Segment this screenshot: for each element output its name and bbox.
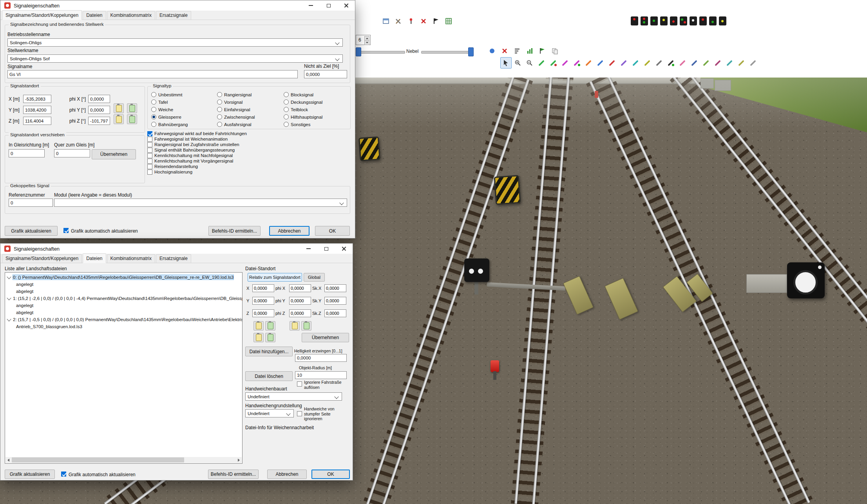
fog-slider[interactable]	[421, 47, 474, 56]
distant-building[interactable]	[700, 78, 714, 89]
track-tool-icon[interactable]	[712, 57, 723, 69]
flag-icon[interactable]	[431, 16, 442, 27]
radio-deckungssignal[interactable]: Deckungssignal	[284, 98, 349, 106]
track-tool-icon[interactable]	[677, 57, 688, 69]
option-row[interactable]: Rangiersignal bei Zugfahrstraße umstelle…	[147, 142, 349, 147]
track-tool-icon[interactable]	[583, 57, 594, 69]
file-sk-y-field[interactable]	[324, 297, 346, 305]
distant-red-signal[interactable]	[595, 91, 598, 98]
file-phi-z-field[interactable]	[289, 309, 311, 317]
select-tool-icon[interactable]	[500, 57, 512, 69]
copy-scale-button[interactable]	[253, 333, 264, 342]
stellwerkname-combo[interactable]: Solingen-Ohligs Sof	[7, 54, 343, 63]
ignoriere-fahrstrasse-checkbox[interactable]	[297, 381, 302, 387]
delete-icon[interactable]	[418, 16, 429, 27]
z-position-field[interactable]	[23, 117, 51, 125]
track-tool-icon[interactable]	[700, 57, 711, 69]
checkbox[interactable]	[147, 142, 152, 147]
tree-expander-icon[interactable]	[7, 275, 11, 279]
track-tool-icon[interactable]	[724, 57, 735, 69]
horizontal-scrollbar[interactable]	[5, 457, 242, 463]
checkbox[interactable]	[147, 153, 152, 158]
track-tool-icon[interactable]	[665, 57, 676, 69]
striped-marker-panel[interactable]	[494, 175, 521, 205]
grid-icon[interactable]	[443, 16, 454, 27]
paste-rotation-button[interactable]	[127, 114, 137, 124]
paste-position-button[interactable]	[265, 321, 275, 331]
tab-signalname[interactable]: Signalname/Standort/Koppelungen	[2, 10, 82, 20]
abbrechen-button[interactable]: Abbrechen	[269, 226, 310, 236]
phi-x-field[interactable]	[88, 95, 110, 103]
remove-icon[interactable]	[499, 45, 510, 56]
titlebar[interactable]: Signaleigenschaften	[0, 0, 355, 11]
tree-item[interactable]: abgelegt	[5, 288, 242, 295]
tree-expander-icon[interactable]	[7, 317, 11, 321]
checkbox[interactable]	[147, 137, 152, 142]
derailer-signal[interactable]	[464, 258, 570, 302]
maximize-button[interactable]	[317, 244, 335, 254]
toolbar-slider-1[interactable]	[356, 47, 405, 56]
color-icon[interactable]	[487, 45, 498, 56]
copy-position-button[interactable]	[114, 103, 124, 113]
signal-aspect-icon[interactable]	[631, 16, 638, 25]
modul-combo[interactable]	[54, 199, 347, 207]
striped-marker-panel[interactable]	[358, 136, 380, 161]
radio-vorsignal[interactable]: Vorsignal	[217, 98, 284, 106]
checkbox[interactable]	[147, 170, 152, 175]
file-z-field[interactable]	[252, 309, 274, 317]
sort-icon[interactable]	[512, 45, 523, 56]
radio-teilblock[interactable]: Teilblock	[284, 106, 349, 113]
tree-item[interactable]: 2: (15,7 | -0,5 | 0,0) / (0,0 | 0,0 | 0,…	[5, 316, 242, 323]
track-tool-icon[interactable]	[630, 57, 641, 69]
slider-handle[interactable]	[356, 47, 361, 56]
tab-ersatzsignale[interactable]: Ersatzsignale	[156, 254, 191, 263]
track-tool-icon[interactable]	[618, 57, 629, 69]
y-position-field[interactable]	[23, 106, 51, 114]
properties-window-icon[interactable]	[380, 16, 391, 27]
grafik-aktualisieren-button[interactable]: Grafik aktualisieren	[5, 226, 58, 236]
radio-sonstiges[interactable]: Sonstiges	[284, 121, 349, 128]
grafik-aktualisieren-button[interactable]: Grafik aktualisieren	[5, 470, 55, 479]
flag-green-icon[interactable]	[537, 45, 548, 56]
paste-position-button[interactable]	[127, 103, 137, 113]
signalname-field[interactable]	[7, 70, 298, 78]
in-gleisrichtung-field[interactable]	[9, 149, 45, 157]
option-row[interactable]: Kennlichtschaltung mit Vorgängersignal	[147, 158, 349, 164]
befehls-id-button[interactable]: Befehls-ID ermitteln...	[208, 226, 261, 236]
auto-update-checkbox[interactable]	[61, 471, 66, 477]
option-row[interactable]: Fahrwegsignal wirkt auf beide Fahrtricht…	[147, 131, 349, 136]
scrollbar-thumb[interactable]	[12, 457, 184, 462]
option-row[interactable]: Fahrwegsignal ist Weichenanimation	[147, 136, 349, 142]
betriebsstellenname-combo[interactable]: Solingen-Ohligs	[7, 38, 343, 47]
signal-aspect-icon[interactable]	[650, 16, 658, 25]
paste-scale-button[interactable]	[265, 333, 275, 342]
radio-einfahrsignal[interactable]: Einfahrsignal	[217, 106, 284, 113]
checkbox[interactable]	[147, 131, 152, 136]
signal-aspect-icon[interactable]	[690, 16, 697, 25]
signal-aspect-icon[interactable]	[670, 16, 677, 25]
tree-item[interactable]: angelegt	[5, 281, 242, 288]
minimize-button[interactable]	[300, 244, 317, 254]
phi-y-field[interactable]	[88, 106, 110, 114]
disc-signal[interactable]	[746, 262, 829, 302]
x-position-field[interactable]	[23, 95, 51, 103]
option-row[interactable]: Hochsignalisierung	[147, 169, 349, 175]
spin-down-icon[interactable]	[364, 40, 369, 45]
checkbox[interactable]	[147, 164, 152, 169]
copy-icon[interactable]	[549, 45, 560, 56]
track-tool-icon[interactable]	[641, 57, 653, 69]
tab-signalname[interactable]: Signalname/Standort/Koppelungen	[2, 254, 82, 263]
ok-button[interactable]: OK	[311, 470, 350, 479]
track-tool-icon[interactable]	[747, 57, 758, 69]
radio-zwischensignal[interactable]: Zwischensignal	[217, 113, 284, 121]
tab-dateien[interactable]: Dateien	[83, 11, 106, 20]
phi-z-field[interactable]	[88, 117, 110, 125]
tab-kombinationsmatrix[interactable]: Kombinationsmatrix	[107, 11, 155, 20]
befehls-id-button[interactable]: Befehls-ID ermitteln...	[208, 470, 259, 479]
track-tool-icon[interactable]	[559, 57, 570, 69]
radio-tafel[interactable]: Tafel	[151, 98, 217, 106]
option-row[interactable]: Signal enthält Bahnübergangssteuerung	[147, 147, 349, 153]
auto-update-checkbox[interactable]	[63, 228, 69, 233]
close-button[interactable]	[335, 244, 353, 254]
file-phi-y-field[interactable]	[289, 297, 311, 305]
